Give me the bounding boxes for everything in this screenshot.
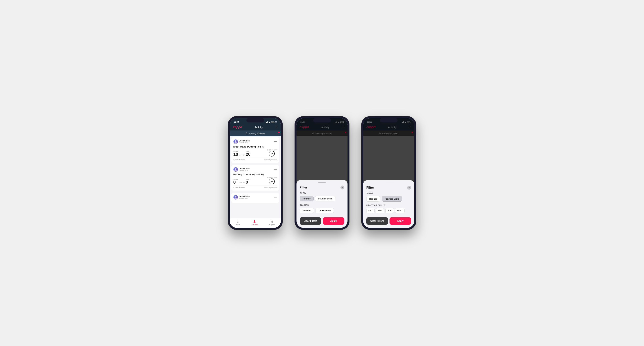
avatar-inner-3: [234, 195, 238, 199]
footer-info-1: ⓘ Test Information: [233, 159, 245, 161]
more-options-3[interactable]: •••: [274, 196, 277, 199]
card-header-1: Josh Coles 28 Feb 2023 •••: [233, 139, 277, 144]
practice-round-btn-2[interactable]: Practice: [300, 208, 314, 213]
signal-bar-3: [267, 122, 267, 123]
footer-info-text-2: Test Information: [235, 187, 245, 188]
user-name-1: Josh Coles: [239, 140, 250, 142]
footer-data-2: Data: Clippd Capture: [264, 187, 277, 188]
user-info-3: Josh Coles 28 Feb 2023: [233, 195, 250, 200]
activity-card-3: Josh Coles 28 Feb 2023 •••: [231, 193, 279, 203]
rounds-show-btn-2[interactable]: Rounds: [300, 196, 314, 201]
filter-title-2: Filter: [300, 186, 307, 189]
tournament-round-btn-2[interactable]: Tournament: [316, 208, 334, 213]
show-label-2: Show: [300, 192, 344, 194]
close-button-3[interactable]: ✕: [407, 186, 411, 190]
shots-stat-1: Shots 20: [246, 151, 250, 157]
nav-home-1[interactable]: ⌂ Home: [236, 220, 240, 225]
avatar-svg-1: [234, 140, 238, 144]
svg-point-4: [235, 196, 236, 197]
notch-3: [380, 118, 398, 123]
menu-icon-1[interactable]: ☰: [275, 126, 278, 129]
notch-1: [246, 118, 264, 123]
filter-handle-2: [318, 182, 326, 183]
battery-fill-1: [272, 122, 274, 123]
card-footer-2: ⓘ Test Information Data: Clippd Capture: [233, 185, 277, 189]
user-details-3: Josh Coles 28 Feb 2023: [239, 195, 250, 199]
footer-info-2: ⓘ Test Information: [233, 186, 245, 189]
footer-info-text-1: Test Information: [235, 159, 245, 161]
user-details-2: Josh Coles 28 Feb 2023: [239, 168, 250, 172]
more-options-1[interactable]: •••: [274, 140, 277, 143]
app-header-1: clippd Activity ☰: [230, 124, 281, 131]
user-name-3: Josh Coles: [239, 195, 250, 197]
filter-actions-3: Clear Filters Apply: [366, 217, 411, 225]
drills-label-3: Practice Drills: [366, 204, 411, 206]
practice-drills-show-btn-3[interactable]: Practice Drills: [382, 196, 402, 202]
filter-settings-icon-1: ⚙: [246, 132, 248, 135]
svg-point-5: [234, 198, 237, 199]
show-buttons-2: Rounds Practice Drills: [300, 196, 344, 201]
shot-quality-badge-1: 75: [269, 151, 275, 157]
nav-capture-1[interactable]: ⊕ Capture: [270, 220, 275, 225]
rounds-buttons-2: Practice Tournament: [300, 208, 344, 213]
app-btn-3[interactable]: APP: [376, 208, 384, 213]
score-value-2: 0: [233, 180, 238, 184]
close-button-2[interactable]: ✕: [340, 185, 344, 189]
more-options-2[interactable]: •••: [274, 168, 277, 171]
screen-2: 11:33 ▲ clippd Activity: [296, 118, 348, 228]
filter-modal-2: Filter ✕ Show Rounds Practice Drills Rou…: [296, 180, 348, 228]
clear-filters-button-3[interactable]: Clear Filters: [366, 217, 388, 225]
activity-card-1: Josh Coles 28 Feb 2023 ••• Must Make Put…: [231, 137, 279, 163]
info-icon-1: ⓘ: [233, 159, 235, 161]
avatar-svg-3: [234, 195, 238, 199]
card-footer-1: ⓘ Test Information Data: Clippd Capture: [233, 158, 277, 161]
shots-value-1: 20: [246, 152, 250, 157]
shot-quality-1: Shot Quality 75: [267, 149, 277, 157]
header-title-1: Activity: [254, 126, 262, 129]
viewing-bar-1[interactable]: ⚙ Viewing Activities: [230, 131, 281, 136]
drill-buttons-3: OTT APP ARG PUTT: [366, 208, 411, 213]
stats-row-2: Score 0 OUT OF Shots 9 Shot Quality 45: [233, 177, 277, 184]
user-details-1: Josh Coles 28 Feb 2023: [239, 140, 250, 144]
arg-btn-3[interactable]: ARG: [386, 208, 394, 213]
activity-card-2: Josh Coles 28 Feb 2023 ••• Putting Combi…: [231, 165, 279, 191]
clear-filters-button-2[interactable]: Clear Filters: [300, 217, 321, 225]
rounds-label-2: Rounds: [300, 204, 344, 206]
apply-button-2[interactable]: Apply: [323, 217, 344, 225]
bottom-nav-1: ⌂ Home ♟ Activities ⊕ Capture: [230, 218, 281, 228]
user-name-2: Josh Coles: [239, 168, 250, 170]
screen-3: 11:33 ▲ clippd Activity: [363, 118, 414, 228]
activity-title-1: Must Make Putting (3-6 ft): [233, 145, 277, 148]
score-stat-1: Score 10: [233, 151, 238, 157]
home-label-1: Home: [236, 224, 240, 225]
phones-container: 11:33 ▲ 33 clippd: [228, 116, 416, 230]
viewing-activities-text-1: Viewing Activities: [248, 132, 265, 135]
card-header-2: Josh Coles 28 Feb 2023 •••: [233, 167, 277, 172]
filter-overlay-2: Filter ✕ Show Rounds Practice Drills Rou…: [296, 118, 348, 228]
apply-button-3[interactable]: Apply: [390, 217, 411, 225]
info-icon-2: ⓘ: [233, 186, 235, 189]
signal-bar-4: [268, 121, 268, 123]
activities-label-1: Activities: [252, 224, 258, 225]
footer-data-1: Data: Clippd Capture: [264, 159, 277, 161]
stats-row-1: Score 10 OUT OF Shots 20 Shot Quality 75: [233, 149, 277, 157]
battery-percent-1: 33: [275, 121, 277, 123]
shot-quality-badge-2: 45: [269, 178, 275, 184]
putt-btn-3[interactable]: PUTT: [395, 208, 404, 213]
user-date-3: 28 Feb 2023: [239, 197, 250, 199]
user-info-2: Josh Coles 28 Feb 2023: [233, 167, 250, 172]
user-info-1: Josh Coles 28 Feb 2023: [233, 139, 250, 144]
home-icon-1: ⌂: [237, 220, 239, 223]
avatar-inner-2: [234, 167, 238, 172]
practice-drills-show-btn-2[interactable]: Practice Drills: [315, 196, 335, 201]
avatar-3: [233, 195, 238, 200]
user-date-2: 28 Feb 2023: [239, 170, 250, 172]
nav-activities-1[interactable]: ♟ Activities: [252, 220, 258, 225]
ott-btn-3[interactable]: OTT: [366, 208, 374, 213]
shots-stat-2: Shots 9: [246, 179, 250, 184]
avatar-2: [233, 167, 238, 172]
out-of-2: OUT OF: [240, 182, 244, 183]
rounds-show-btn-3[interactable]: Rounds: [366, 196, 380, 202]
show-label-3: Show: [366, 192, 411, 194]
avatar-inner-1: [234, 140, 238, 144]
